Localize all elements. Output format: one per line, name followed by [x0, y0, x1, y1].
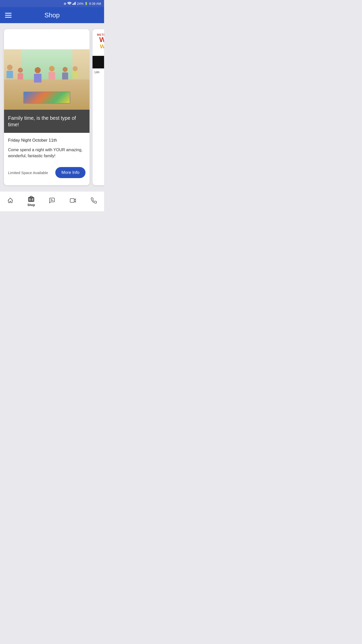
person-2	[18, 68, 23, 79]
card-image	[4, 49, 89, 110]
signal-icon	[72, 2, 76, 5]
phone-icon	[90, 197, 97, 204]
nav-item-home[interactable]	[0, 197, 21, 205]
nav-label-shop: Shop	[27, 203, 35, 207]
card-date: Friday Night October 11th	[8, 138, 85, 143]
svg-rect-9	[70, 198, 74, 202]
card-2-black-bar	[93, 56, 104, 68]
nav-item-shop[interactable]: Shop	[21, 195, 42, 207]
person-5	[62, 67, 68, 79]
more-info-button[interactable]: More Info	[55, 167, 85, 178]
brand-letter: W	[99, 36, 104, 43]
battery-text: 24%	[77, 2, 83, 6]
nav-item-video[interactable]	[62, 197, 83, 205]
hamburger-line-3	[5, 17, 12, 18]
hamburger-line-2	[5, 15, 12, 16]
card-footer: Limited Space Available More Info	[8, 167, 85, 180]
person-6	[72, 66, 78, 78]
person-1	[7, 65, 13, 78]
shop-icon	[28, 195, 35, 202]
card-2-logo: METRO W W	[93, 29, 104, 54]
card-image-placeholder	[4, 29, 89, 49]
page-title: Shop	[44, 11, 60, 19]
svg-marker-10	[74, 199, 75, 202]
status-bar: ⊕ 24% 🔋 9:39 AM	[0, 0, 104, 7]
wifi-icon	[67, 2, 71, 6]
app-header: Shop	[0, 7, 104, 23]
photo-background	[4, 49, 89, 110]
bottom-nav: Shop	[0, 191, 104, 211]
video-icon	[69, 197, 76, 204]
limited-space-label: Limited Space Available	[8, 171, 48, 175]
brand-sub-letter: W	[100, 43, 104, 50]
svg-rect-1	[73, 3, 74, 5]
status-icons: ⊕ 24% 🔋 9:39 AM	[64, 2, 101, 6]
chat-icon	[49, 197, 56, 204]
hamburger-menu[interactable]	[5, 13, 12, 18]
circle-plus-icon: ⊕	[64, 2, 66, 6]
card-2-limited-text: Lim	[93, 68, 104, 76]
person-3	[34, 67, 41, 83]
main-content: Family time, is the best type of time! F…	[0, 23, 104, 191]
nav-item-phone[interactable]	[83, 197, 104, 205]
home-icon	[7, 197, 14, 204]
svg-rect-3	[75, 2, 76, 5]
hamburger-line-1	[5, 13, 12, 14]
card-body: Friday Night October 11th Come spend a n…	[4, 133, 89, 185]
shop-card-1: Family time, is the best type of time! F…	[4, 29, 89, 185]
svg-rect-2	[74, 3, 75, 5]
battery-icon: 🔋	[84, 2, 88, 5]
card-caption-text: Family time, is the best type of time!	[8, 115, 76, 127]
time-display: 9:39 AM	[89, 2, 101, 6]
person-4	[49, 66, 55, 79]
svg-rect-0	[72, 4, 73, 5]
nav-item-chat[interactable]	[42, 197, 63, 205]
shop-card-2: METRO W W Lim	[93, 29, 104, 185]
card-description: Come spend a night with YOUR amazing, wo…	[8, 147, 85, 159]
card-caption: Family time, is the best type of time!	[4, 110, 89, 133]
board-game	[23, 92, 70, 104]
